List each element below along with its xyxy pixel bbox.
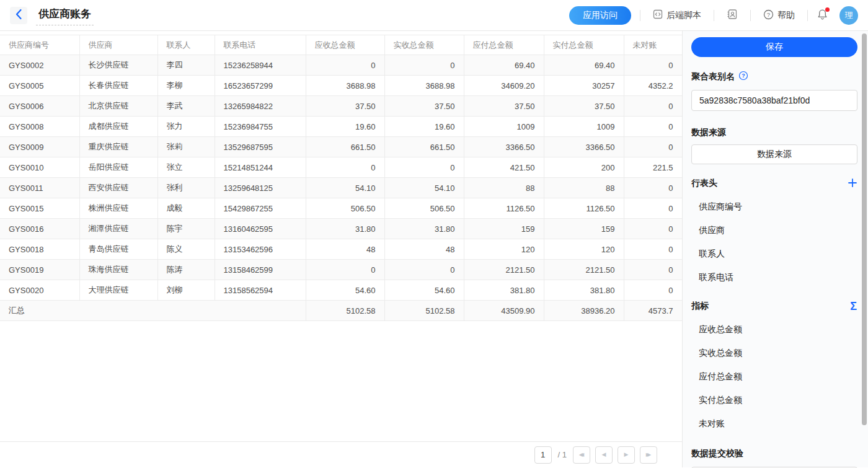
user-avatar[interactable]: 理: [839, 6, 858, 25]
table-cell: 湘潭供应链: [79, 219, 157, 239]
table-cell: 15214851244: [215, 157, 306, 178]
alias-help-icon[interactable]: ?: [738, 71, 748, 82]
metric-field[interactable]: 未对账: [691, 418, 857, 430]
table-cell: GYS0018: [0, 239, 79, 260]
divider: [807, 10, 808, 21]
current-page-box[interactable]: 1: [534, 446, 552, 464]
metrics-label: 指标: [691, 301, 709, 312]
last-page-button[interactable]: ▶▶: [640, 446, 657, 464]
metric-field[interactable]: 实付总金额: [691, 395, 857, 406]
column-header[interactable]: 未对账: [624, 35, 682, 55]
total-pages-label: / 1: [558, 450, 567, 459]
help-button[interactable]: ? 帮助: [760, 9, 799, 22]
table-cell: 13265984822: [215, 96, 306, 117]
row-header-field[interactable]: 供应商编号: [691, 201, 857, 213]
summary-value-cell: 5102.58: [306, 301, 384, 321]
table-cell: 54.10: [384, 178, 464, 198]
svg-text:?: ?: [742, 73, 745, 79]
supplier-table: 供应商编号供应商联系人联系电话应收总金额实收总金额应付总金额实付总金额未对账 G…: [0, 35, 683, 321]
table-cell: 0: [306, 260, 384, 280]
table-cell: 19.60: [384, 117, 464, 137]
summary-value-cell: 43509.90: [464, 301, 544, 321]
summary-value-cell: 4573.7: [624, 301, 682, 321]
column-header[interactable]: 实收总金额: [384, 35, 464, 55]
table-cell: 0: [306, 55, 384, 76]
table-cell: 0: [624, 55, 682, 76]
table-cell: 张立: [157, 157, 215, 178]
column-header[interactable]: 实付总金额: [544, 35, 624, 55]
column-header[interactable]: 联系人: [157, 35, 215, 55]
first-page-button[interactable]: ◀◀: [573, 446, 590, 464]
alias-label: 聚合表别名: [691, 71, 735, 82]
add-row-header-button[interactable]: [848, 179, 857, 189]
table-cell: 37.50: [384, 96, 464, 117]
back-button[interactable]: [10, 7, 27, 24]
table-cell: 陈宇: [157, 219, 215, 239]
table-cell: 长沙供应链: [79, 55, 157, 76]
table-cell: GYS0006: [0, 96, 79, 117]
table-cell: GYS0005: [0, 76, 79, 96]
backend-script-button[interactable]: 后端脚本: [649, 9, 705, 22]
row-header-field[interactable]: 供应商: [691, 225, 857, 236]
table-cell: 15236984755: [215, 117, 306, 137]
datasource-button[interactable]: 数据来源: [691, 144, 857, 164]
table-cell: 李武: [157, 96, 215, 117]
help-circle-icon: ?: [763, 9, 774, 22]
table-cell: 大理供应链: [79, 280, 157, 301]
metrics-label-row: 指标 Σ: [691, 301, 857, 312]
column-header[interactable]: 供应商: [79, 35, 157, 55]
chevron-left-icon: ◀: [602, 452, 606, 457]
prev-page-button[interactable]: ◀: [595, 446, 613, 464]
table-cell: 37.50: [544, 96, 624, 117]
table-cell: 506.50: [384, 198, 464, 219]
table-cell: 成都供应链: [79, 117, 157, 137]
sigma-aggregate-icon[interactable]: Σ: [850, 301, 857, 312]
contacts-button[interactable]: [723, 8, 742, 22]
table-cell: GYS0020: [0, 280, 79, 301]
column-header[interactable]: 联系电话: [215, 35, 306, 55]
content-area: 供应商编号供应商联系人联系电话应收总金额实收总金额应付总金额实付总金额未对账 G…: [0, 31, 868, 467]
table-cell: 张力: [157, 117, 215, 137]
table-cell: 506.50: [306, 198, 384, 219]
table-cell: 株洲供应链: [79, 198, 157, 219]
table-cell: 13259648125: [215, 178, 306, 198]
table-cell: 13529687595: [215, 137, 306, 157]
table-cell: 3688.98: [306, 76, 384, 96]
table-cell: 69.40: [464, 55, 544, 76]
column-header[interactable]: 供应商编号: [0, 35, 79, 55]
table-cell: 421.50: [464, 157, 544, 178]
table-cell: 31.80: [384, 219, 464, 239]
table-cell: 0: [624, 239, 682, 260]
column-header[interactable]: 应收总金额: [306, 35, 384, 55]
metric-field[interactable]: 应收总金额: [691, 324, 857, 335]
table-cell: 54.60: [306, 280, 384, 301]
double-chevron-right-icon: ▶▶: [646, 453, 649, 457]
column-header[interactable]: 应付总金额: [464, 35, 544, 55]
table-cell: 长春供应链: [79, 76, 157, 96]
table-cell: 珠海供应链: [79, 260, 157, 280]
next-page-button[interactable]: ▶: [618, 446, 635, 464]
table-cell: 381.80: [544, 280, 624, 301]
settings-sidebar: 保存 聚合表别名 ? 数据来源 数据来源 行表头 供应商编号供应商联系人联系电话…: [682, 31, 868, 467]
table-cell: 13153462596: [215, 239, 306, 260]
table-cell: 88: [464, 178, 544, 198]
table-cell: 120: [544, 239, 624, 260]
datasource-label: 数据来源: [691, 127, 857, 138]
app-access-button[interactable]: 应用访问: [569, 6, 631, 25]
page-title[interactable]: 供应商账务: [36, 6, 94, 25]
row-header-field[interactable]: 联系电话: [691, 272, 857, 283]
row-header-field[interactable]: 联系人: [691, 249, 857, 260]
table-cell: GYS0008: [0, 117, 79, 137]
alias-input[interactable]: [691, 90, 857, 111]
table-cell: 30257: [544, 76, 624, 96]
metric-field[interactable]: 应付总金额: [691, 371, 857, 382]
table-cell: 0: [384, 260, 464, 280]
sidebar-scrollbar[interactable]: [862, 33, 867, 425]
address-book-icon: [727, 9, 738, 22]
table-cell: 0: [384, 157, 464, 178]
save-button[interactable]: 保存: [691, 37, 857, 57]
table-cell: 陈义: [157, 239, 215, 260]
metric-field[interactable]: 实收总金额: [691, 348, 857, 359]
back-chevron-icon: [15, 9, 22, 22]
notification-bell-button[interactable]: [817, 9, 828, 22]
